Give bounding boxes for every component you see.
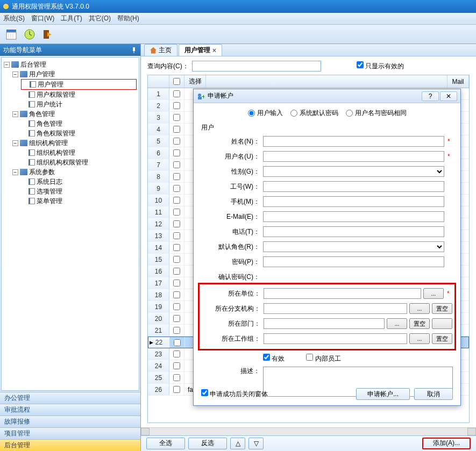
name-input[interactable] bbox=[263, 136, 444, 147]
search-label: 查询内容(C)： bbox=[147, 62, 189, 71]
folder-icon bbox=[11, 61, 19, 68]
pin-icon[interactable] bbox=[131, 47, 137, 53]
content: 查询内容(C)： 只显示有效的 选择 Mail 1234567891011121… bbox=[141, 56, 476, 427]
folder-icon bbox=[20, 140, 27, 146]
dept-clear-button[interactable]: 置空 bbox=[409, 318, 430, 329]
svg-text:+: + bbox=[202, 93, 204, 100]
tree-expand[interactable]: − bbox=[4, 62, 10, 68]
move-down-button[interactable]: ▽ bbox=[248, 438, 264, 449]
close-button[interactable]: ✕ bbox=[440, 91, 457, 101]
tab-home[interactable]: 主页 bbox=[144, 44, 177, 56]
nav-bottom-tabs: 办公管理 审批流程 故障报修 项目管理 后台管理 bbox=[0, 392, 140, 451]
org-section-highlight: 所在单位：...* 所在分支机构：...置空 所在部门：...置空 所在工作组：… bbox=[198, 283, 456, 350]
page-icon bbox=[29, 101, 35, 108]
tab-strip: 主页 用户管理× bbox=[141, 44, 476, 56]
unit-browse-button[interactable]: ... bbox=[423, 288, 444, 299]
content-panel: 主页 用户管理× 查询内容(C)： 只显示有效的 选择 Mail 1234567… bbox=[141, 44, 476, 451]
workgroup-clear-button[interactable]: 置空 bbox=[432, 333, 452, 344]
valid-checkbox[interactable]: 有效 bbox=[263, 354, 285, 363]
horizontal-scrollbar[interactable] bbox=[141, 427, 476, 435]
svg-point-12 bbox=[198, 94, 201, 97]
section-user: 用户 bbox=[201, 123, 453, 132]
svg-rect-13 bbox=[198, 97, 202, 99]
tab-user-mgmt[interactable]: 用户管理× bbox=[179, 44, 222, 56]
select-all-checkbox[interactable] bbox=[173, 78, 180, 85]
app-icon bbox=[3, 4, 9, 9]
only-valid-checkbox[interactable] bbox=[357, 61, 364, 68]
menu-help[interactable]: 帮助(H) bbox=[117, 14, 139, 23]
workgroup-input[interactable] bbox=[264, 333, 407, 344]
mobile-input[interactable] bbox=[263, 196, 444, 207]
user-add-icon: + bbox=[197, 92, 204, 100]
search-input[interactable] bbox=[192, 61, 321, 71]
apply-button[interactable]: 申请帐户... bbox=[356, 388, 410, 400]
exit-icon[interactable] bbox=[41, 27, 55, 41]
dept-input[interactable] bbox=[264, 318, 385, 329]
dept-browse-button[interactable]: ... bbox=[387, 318, 407, 329]
close-after-checkbox[interactable]: 申请成功后关闭窗体 bbox=[201, 389, 268, 399]
close-icon[interactable]: × bbox=[212, 47, 216, 54]
tab-fault[interactable]: 故障报修 bbox=[0, 416, 140, 427]
dialog-title: 申请帐户 bbox=[208, 91, 233, 101]
internal-checkbox[interactable]: 内部员工 bbox=[306, 354, 340, 363]
radio-user-input[interactable]: 用户输入 bbox=[248, 109, 283, 118]
apply-account-dialog: + 申请帐户 ? ✕ 用户输入 系统默认密码 用户名与密码相同 用户 bbox=[193, 89, 461, 406]
nav-panel: 功能导航菜单 −后台管理 −用户管理 用户管理 用户权限管理 用户统计 −角色管… bbox=[0, 44, 141, 451]
folder-icon bbox=[20, 169, 27, 175]
menu-other[interactable]: 其它(O) bbox=[89, 14, 111, 23]
svg-marker-9 bbox=[47, 32, 52, 37]
add-button[interactable]: 添加(A)... bbox=[422, 438, 471, 449]
menu-window[interactable]: 窗口(W) bbox=[31, 14, 54, 23]
move-up-button[interactable]: △ bbox=[230, 438, 245, 449]
page-icon bbox=[29, 91, 35, 98]
unit-input[interactable] bbox=[264, 288, 421, 299]
menu-bar: 系统(S) 窗口(W) 工具(T) 其它(O) 帮助(H) bbox=[0, 13, 476, 25]
col-mail[interactable]: Mail bbox=[447, 75, 469, 88]
workgroup-browse-button[interactable]: ... bbox=[409, 333, 430, 344]
page-icon bbox=[30, 81, 36, 88]
col-select[interactable]: 选择 bbox=[184, 75, 206, 88]
invert-button[interactable]: 反选 bbox=[188, 438, 227, 449]
svg-rect-1 bbox=[6, 32, 16, 39]
branch-input[interactable] bbox=[264, 303, 407, 314]
branch-browse-button[interactable]: ... bbox=[409, 303, 430, 314]
radio-same[interactable]: 用户名与密码相同 bbox=[346, 109, 407, 118]
app-title: 通用权限管理系统 V3.7.0.0 bbox=[12, 2, 89, 11]
bottom-bar: 全选 反选 △ ▽ 添加(A)... bbox=[141, 435, 476, 451]
password-input[interactable] bbox=[263, 256, 444, 267]
dialog-title-bar[interactable]: + 申请帐户 ? ✕ bbox=[194, 89, 460, 103]
svg-rect-0 bbox=[6, 30, 16, 32]
dept-extra-button[interactable] bbox=[432, 318, 452, 329]
calendar-icon[interactable] bbox=[4, 27, 18, 41]
select-all-button[interactable]: 全选 bbox=[146, 438, 185, 449]
svg-rect-10 bbox=[133, 47, 135, 51]
branch-clear-button[interactable]: 置空 bbox=[432, 303, 452, 314]
title-bar: 通用权限管理系统 V3.7.0.0 bbox=[0, 0, 476, 13]
folder-icon bbox=[20, 71, 27, 77]
tab-approval[interactable]: 审批流程 bbox=[0, 404, 140, 416]
folder-icon bbox=[20, 111, 27, 117]
nav-title: 功能导航菜单 bbox=[3, 46, 42, 55]
help-button[interactable]: ? bbox=[422, 91, 439, 101]
tab-project[interactable]: 项目管理 bbox=[0, 427, 140, 439]
home-icon bbox=[150, 47, 157, 54]
role-select[interactable] bbox=[263, 241, 444, 252]
tree-item-selected[interactable]: 用户管理 bbox=[21, 79, 137, 90]
cancel-button[interactable]: 取消 bbox=[414, 388, 453, 400]
menu-system[interactable]: 系统(S) bbox=[3, 14, 25, 23]
username-input[interactable] bbox=[263, 151, 444, 162]
email-input[interactable] bbox=[263, 211, 444, 222]
radio-sys-default[interactable]: 系统默认密码 bbox=[290, 109, 338, 118]
empno-input[interactable] bbox=[263, 181, 444, 192]
gender-select[interactable] bbox=[263, 166, 444, 177]
phone-input[interactable] bbox=[263, 226, 444, 237]
clock-icon[interactable] bbox=[23, 27, 37, 41]
nav-tree: −后台管理 −用户管理 用户管理 用户权限管理 用户统计 −角色管理 角色管理 bbox=[1, 57, 139, 391]
menu-tools[interactable]: 工具(T) bbox=[61, 14, 82, 23]
toolbar bbox=[0, 25, 476, 44]
nav-header: 功能导航菜单 bbox=[0, 44, 140, 56]
tab-office[interactable]: 办公管理 bbox=[0, 392, 140, 404]
tab-backend[interactable]: 后台管理 bbox=[0, 439, 140, 451]
